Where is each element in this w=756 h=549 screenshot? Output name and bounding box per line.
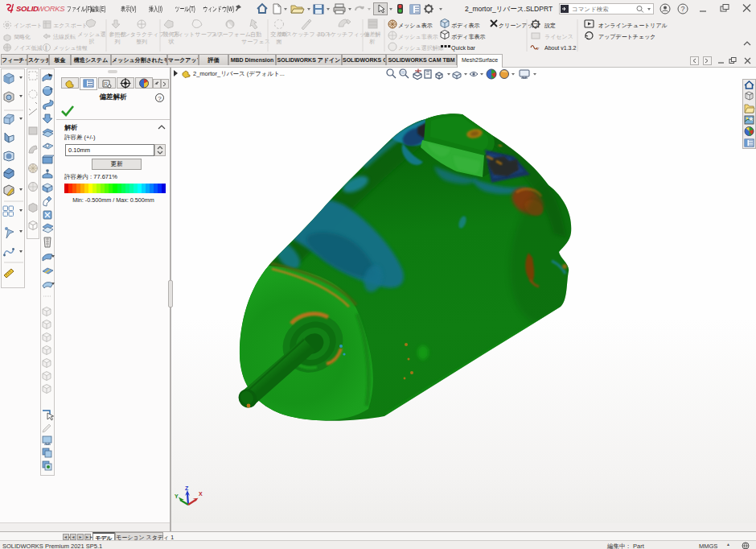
svg-text:自動: 自動 [250,31,261,38]
svg-text:オンラインチュートリアル: オンラインチュートリアル [598,23,668,29]
svg-text:サーフェス: サーフェス [241,39,270,44]
svg-text:メッシュ選: メッシュ選 [77,31,106,37]
svg-text:面: 面 [276,39,282,45]
svg-text:簡略化: 簡略化 [14,34,31,40]
svg-text:列: 列 [114,39,121,45]
svg-text:ライセンス: ライセンス [544,34,573,39]
svg-text:Quick bar: Quick bar [451,45,476,52]
svg-text:?: ? [681,5,685,13]
svg-text:エクスポート: エクスポート [53,23,88,28]
svg-text:偏差解: 偏差解 [364,31,381,38]
svg-text:択: 択 [89,39,95,44]
svg-text:Z: Z [185,485,189,491]
svg-text:ボディ非表示: ボディ非表示 [451,34,486,40]
svg-text:インポート: インポート [14,23,43,28]
svg-text:i: i [46,45,47,51]
svg-text:X: X [199,491,203,497]
svg-text:設定: 設定 [544,23,556,29]
svg-text:状: 状 [168,39,175,44]
svg-text:メッシュ非表示: メッシュ非表示 [398,34,438,40]
svg-text:Y: Y [175,493,179,499]
svg-text:R: R [104,81,108,87]
svg-text:メッシュ情報: メッシュ情報 [53,45,88,52]
svg-text:フリーフォーム: フリーフォーム [211,31,251,37]
svg-text:v: v [536,46,540,51]
svg-text:インタラクティブ: インタラクティブ [118,31,165,38]
svg-text:法線反転: 法線反転 [53,34,76,40]
svg-text:整列: 整列 [136,39,147,45]
svg-text:析: 析 [369,39,376,44]
svg-text:ボディ表示: ボディ表示 [451,23,480,29]
svg-text:クリーンアップ: クリーンアップ [499,23,540,28]
svg-text:?: ? [158,95,162,102]
svg-text:About v1.3.2: About v1.3.2 [544,45,576,51]
svg-text:ノイズ低減: ノイズ低減 [14,45,43,52]
svg-text:メッシュ選択解除: メッシュ選択解除 [398,44,444,52]
svg-text:メッシュ表示: メッシュ表示 [398,23,433,29]
svg-text:アップデートチェック: アップデートチェック [598,34,655,39]
